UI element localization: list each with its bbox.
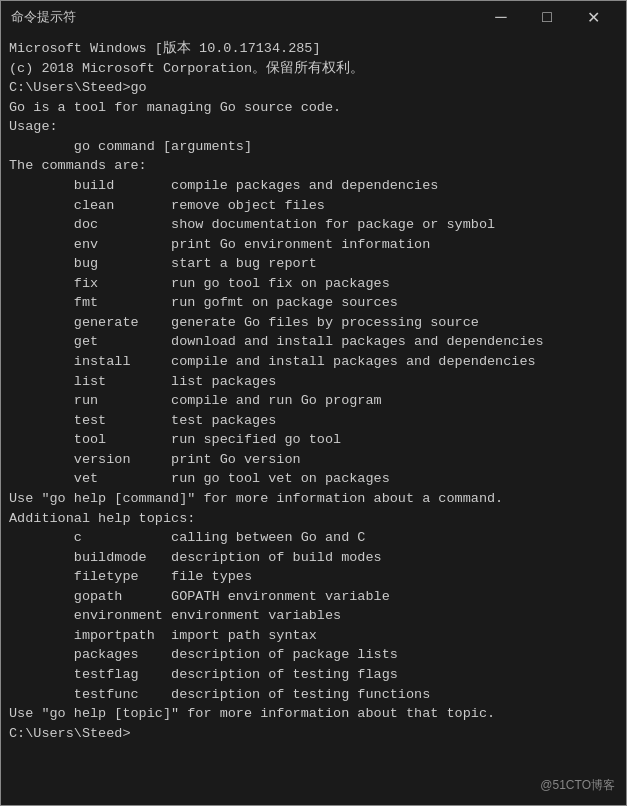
terminal-line: clean remove object files <box>9 196 618 216</box>
terminal-line: Go is a tool for managing Go source code… <box>9 98 618 118</box>
terminal-line: Usage: <box>9 117 618 137</box>
terminal-line: bug start a bug report <box>9 254 618 274</box>
terminal-line: env print Go environment information <box>9 235 618 255</box>
terminal-line: list list packages <box>9 372 618 392</box>
terminal-line: C:\Users\Steed>go <box>9 78 618 98</box>
close-button[interactable]: ✕ <box>570 1 616 33</box>
terminal-line: packages description of package lists <box>9 645 618 665</box>
watermark: @51CTO博客 <box>540 777 615 794</box>
terminal-line: Use "go help [command]" for more informa… <box>9 489 618 509</box>
terminal-line: run compile and run Go program <box>9 391 618 411</box>
terminal-line: c calling between Go and C <box>9 528 618 548</box>
terminal-line: environment environment variables <box>9 606 618 626</box>
terminal-line: vet run go tool vet on packages <box>9 469 618 489</box>
terminal-line: test test packages <box>9 411 618 431</box>
terminal-line: fix run go tool fix on packages <box>9 274 618 294</box>
terminal-line: importpath import path syntax <box>9 626 618 646</box>
terminal-line: The commands are: <box>9 156 618 176</box>
terminal-line: testfunc description of testing function… <box>9 685 618 705</box>
terminal-line: build compile packages and dependencies <box>9 176 618 196</box>
terminal-line: Microsoft Windows [版本 10.0.17134.285] <box>9 39 618 59</box>
terminal-line: version print Go version <box>9 450 618 470</box>
terminal-line: Use "go help [topic]" for more informati… <box>9 704 618 724</box>
terminal-line: get download and install packages and de… <box>9 332 618 352</box>
minimize-button[interactable]: ─ <box>478 1 524 33</box>
terminal-line: install compile and install packages and… <box>9 352 618 372</box>
terminal-body[interactable]: Microsoft Windows [版本 10.0.17134.285](c)… <box>1 33 626 805</box>
terminal-line: filetype file types <box>9 567 618 587</box>
terminal-line: testflag description of testing flags <box>9 665 618 685</box>
maximize-button[interactable]: □ <box>524 1 570 33</box>
window-title: 命令提示符 <box>11 8 76 26</box>
terminal-line: C:\Users\Steed> <box>9 724 618 744</box>
terminal-line: fmt run gofmt on package sources <box>9 293 618 313</box>
terminal-line: (c) 2018 Microsoft Corporation。保留所有权利。 <box>9 59 618 79</box>
terminal-line: gopath GOPATH environment variable <box>9 587 618 607</box>
terminal-line: Additional help topics: <box>9 509 618 529</box>
terminal-line: doc show documentation for package or sy… <box>9 215 618 235</box>
cmd-window: 命令提示符 ─ □ ✕ Microsoft Windows [版本 10.0.1… <box>0 0 627 806</box>
terminal-line: generate generate Go files by processing… <box>9 313 618 333</box>
titlebar: 命令提示符 ─ □ ✕ <box>1 1 626 33</box>
terminal-line: tool run specified go tool <box>9 430 618 450</box>
window-controls: ─ □ ✕ <box>478 1 616 33</box>
terminal-line: go command [arguments] <box>9 137 618 157</box>
terminal-line: buildmode description of build modes <box>9 548 618 568</box>
